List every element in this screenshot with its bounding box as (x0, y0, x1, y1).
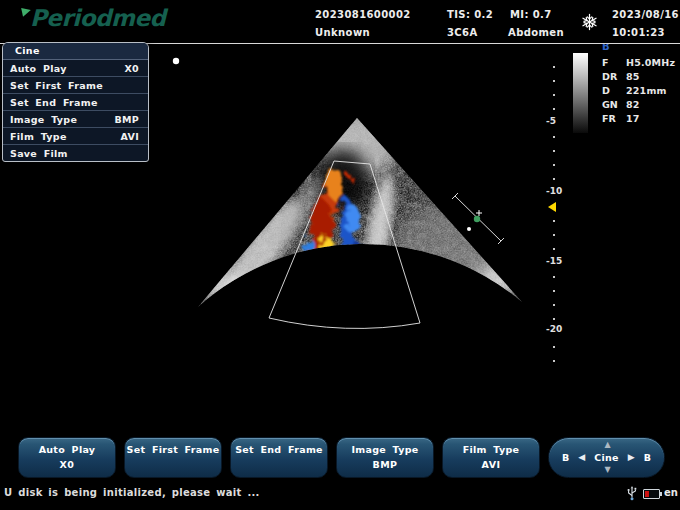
softkey-button[interactable]: Set First Frame (124, 437, 222, 478)
chevron-left-icon[interactable]: ◀ (578, 453, 585, 462)
tis-value: TIS: 0.2 (447, 9, 493, 20)
exam-id: 2023081600002 (315, 9, 411, 20)
position-marker-dot (173, 58, 179, 64)
ultrasound-image (150, 46, 570, 396)
param-row: DR 85 (602, 69, 675, 83)
battery-level (645, 491, 649, 497)
b-mode-sector (150, 46, 570, 333)
menu-item[interactable]: Set First Frame (3, 77, 148, 94)
cine-nav-control[interactable]: ▲ B ◀ Cine ▶ B ▼ (548, 437, 665, 478)
menu-items: Auto Play X0 Set First Frame Set End Fra… (3, 60, 148, 161)
param-value: 221mm (626, 85, 667, 96)
menu-item-label: Auto Play (10, 63, 67, 74)
menu-item-value: BMP (114, 114, 139, 125)
softkey-label: Film Type (443, 444, 539, 455)
cine-context-menu: Cine Auto Play X0 Set First Frame Set En… (2, 42, 149, 162)
param-row: F H5.0MHz (602, 55, 675, 69)
param-row: FR 17 (602, 111, 675, 125)
param-value: 82 (626, 99, 640, 110)
softkey-button[interactable]: Film Type AVI (442, 437, 540, 478)
softkey-label: Set First Frame (125, 444, 221, 455)
softkey-value: X0 (19, 459, 115, 470)
param-value: 85 (626, 71, 640, 82)
param-row: D 221mm (602, 83, 675, 97)
brand-logo: Periodmed (22, 4, 162, 38)
battery-icon (643, 489, 660, 499)
softkey-value: AVI (443, 459, 539, 470)
menu-item[interactable]: Save Film (3, 145, 148, 161)
softkey-label: Auto Play (19, 444, 115, 455)
softkey-label: Image Type (337, 444, 433, 455)
softkey-button[interactable]: Auto Play X0 (18, 437, 116, 478)
ultrasound-app-screen: Periodmed 2023081600002 Unknown TIS: 0.2… (0, 0, 680, 510)
menu-item-value: X0 (124, 63, 139, 74)
menu-item-value: AVI (121, 131, 140, 142)
system-date: 2023/08/16 (612, 9, 679, 20)
softkey-value: BMP (337, 459, 433, 470)
depth-scale-ticks (553, 66, 555, 364)
system-time: 10:01:23 (612, 27, 665, 38)
probe-model: 3C6A (447, 27, 478, 38)
usb-icon (626, 486, 638, 505)
depth-label: -20 (546, 324, 568, 334)
menu-item-label: Save Film (10, 148, 68, 159)
param-label: DR (602, 71, 626, 82)
menu-item-label: Image Type (10, 114, 77, 125)
cine-nav-right-mode[interactable]: B (644, 452, 651, 463)
status-message: U disk is being initialized, please wait… (4, 487, 260, 498)
menu-item-label: Set End Frame (10, 97, 98, 108)
cine-nav-label: Cine (594, 452, 619, 463)
menu-item[interactable]: Auto Play X0 (3, 60, 148, 77)
freeze-snowflake-icon (581, 13, 598, 35)
language-indicator: en (664, 487, 678, 498)
param-label: D (602, 85, 626, 96)
softkey-bar: Auto Play X0 Set First Frame Set End Fra… (18, 437, 540, 478)
mi-value: MI: 0.7 (510, 9, 552, 20)
menu-title: Cine (3, 43, 148, 60)
param-label: FR (602, 113, 626, 124)
param-row: GN 82 (602, 97, 675, 111)
cine-nav-left-mode[interactable]: B (562, 452, 569, 463)
imaging-parameters: F H5.0MHz DR 85 D 221mm GN 82 FR 17 (602, 55, 675, 125)
param-value: 17 (626, 113, 640, 124)
softkey-button[interactable]: Set End Frame (230, 437, 328, 478)
chevron-down-icon[interactable]: ▼ (549, 466, 666, 474)
top-status-bar: Periodmed 2023081600002 Unknown TIS: 0.2… (0, 0, 680, 44)
patient-name: Unknown (315, 27, 370, 38)
logo-text: Periodmed (30, 5, 165, 31)
menu-item[interactable]: Set End Frame (3, 94, 148, 111)
softkey-button[interactable]: Image Type BMP (336, 437, 434, 478)
status-bar: U disk is being initialized, please wait… (0, 482, 680, 510)
menu-item[interactable]: Film Type AVI (3, 128, 148, 145)
param-label: GN (602, 99, 626, 110)
caliper-white-dot (467, 227, 471, 231)
focus-marker-icon[interactable] (548, 202, 556, 212)
chevron-up-icon[interactable]: ▲ (549, 441, 666, 449)
depth-label: -5 (546, 116, 568, 126)
menu-item[interactable]: Image Type BMP (3, 111, 148, 128)
grayscale-bar (573, 53, 588, 133)
depth-label: -15 (546, 256, 568, 266)
exam-preset: Abdomen (508, 27, 564, 38)
param-value: H5.0MHz (626, 57, 675, 68)
depth-label: -10 (546, 186, 568, 196)
softkey-label: Set End Frame (231, 444, 327, 455)
caliper-green-dot (474, 216, 480, 222)
menu-item-label: Film Type (10, 131, 67, 142)
menu-item-label: Set First Frame (10, 80, 103, 91)
chevron-right-icon[interactable]: ▶ (628, 453, 635, 462)
param-label: F (602, 57, 626, 68)
